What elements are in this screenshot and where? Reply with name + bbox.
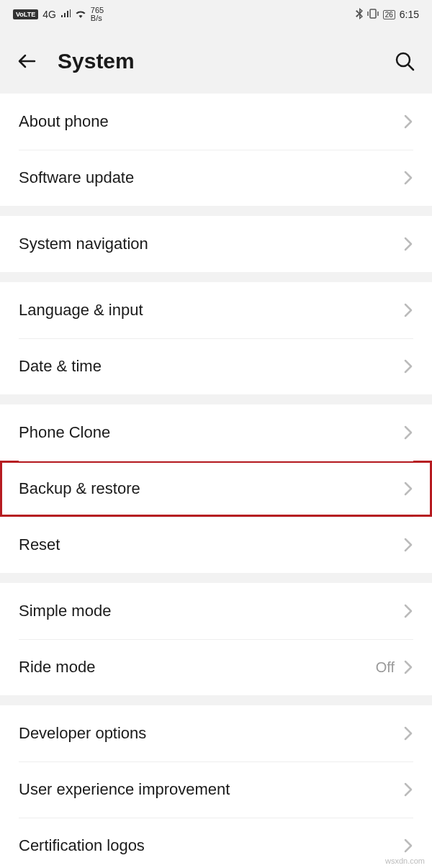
section-gap (0, 206, 432, 216)
volte-badge: VoLTE (13, 9, 38, 19)
row-language-input[interactable]: Language & input (0, 282, 432, 338)
section-gap (0, 573, 432, 583)
row-label: Certification logos (19, 836, 403, 855)
row-system-navigation[interactable]: System navigation (0, 216, 432, 272)
back-button[interactable] (14, 48, 40, 74)
settings-group: About phoneSoftware update (0, 94, 432, 206)
chevron-right-icon (403, 302, 413, 319)
row-certification-logos[interactable]: Certification logos (0, 818, 432, 868)
section-gap (0, 272, 432, 282)
row-backup-restore[interactable]: Backup & restore (0, 461, 432, 517)
svg-rect-0 (370, 9, 376, 18)
chevron-right-icon (403, 659, 413, 676)
row-ride-mode[interactable]: Ride modeOff (0, 639, 432, 695)
row-label: User experience improvement (19, 780, 403, 799)
row-reset[interactable]: Reset (0, 517, 432, 573)
row-about-phone[interactable]: About phone (0, 94, 432, 150)
chevron-right-icon (403, 536, 413, 553)
row-label: Simple mode (19, 602, 403, 620)
chevron-right-icon (403, 480, 413, 497)
row-label: Software update (19, 168, 403, 187)
settings-group: Developer optionsUser experience improve… (0, 705, 432, 868)
row-user-experience[interactable]: User experience improvement (0, 761, 432, 818)
section-gap (0, 695, 432, 705)
row-label: Backup & restore (19, 479, 403, 498)
chevron-right-icon (403, 113, 413, 130)
row-label: Phone Clone (19, 423, 403, 442)
wifi-icon (75, 9, 86, 20)
search-button[interactable] (392, 48, 418, 74)
row-label: Date & time (19, 357, 403, 376)
row-label: Language & input (19, 301, 403, 320)
network-type: 4G (42, 9, 56, 20)
row-date-time[interactable]: Date & time (0, 338, 432, 394)
status-bar: VoLTE 4G 765 B/s 26 6:15 (0, 0, 432, 29)
row-label: Ride mode (19, 658, 376, 677)
chevron-right-icon (403, 358, 413, 375)
row-label: Developer options (19, 724, 403, 743)
settings-group: Simple modeRide modeOff (0, 583, 432, 695)
row-phone-clone[interactable]: Phone Clone (0, 404, 432, 461)
row-label: Reset (19, 535, 403, 554)
settings-group: Phone CloneBackup & restoreReset (0, 404, 432, 573)
row-simple-mode[interactable]: Simple mode (0, 583, 432, 639)
watermark: wsxdn.com (385, 856, 425, 865)
app-header: System (0, 29, 432, 94)
page-title: System (58, 49, 374, 73)
data-speed: 765 B/s (91, 6, 104, 22)
chevron-right-icon (403, 424, 413, 441)
status-right: 26 6:15 (356, 8, 419, 22)
vibrate-icon (367, 9, 379, 21)
section-gap (0, 394, 432, 404)
bluetooth-icon (356, 8, 363, 22)
settings-group: System navigation (0, 216, 432, 272)
chevron-right-icon (403, 781, 413, 798)
signal-icon (60, 9, 71, 20)
row-software-update[interactable]: Software update (0, 150, 432, 206)
row-label: System navigation (19, 235, 403, 253)
chevron-right-icon (403, 602, 413, 620)
back-arrow-icon (17, 50, 38, 72)
chevron-right-icon (403, 725, 413, 742)
settings-group: Language & inputDate & time (0, 282, 432, 394)
battery-icon: 26 (383, 10, 395, 19)
row-value: Off (376, 659, 395, 676)
chevron-right-icon (403, 235, 413, 253)
status-left: VoLTE 4G 765 B/s (13, 6, 104, 22)
chevron-right-icon (403, 837, 413, 854)
row-developer-options[interactable]: Developer options (0, 705, 432, 761)
row-label: About phone (19, 112, 403, 131)
clock: 6:15 (400, 9, 419, 20)
search-icon (394, 50, 415, 72)
chevron-right-icon (403, 169, 413, 186)
